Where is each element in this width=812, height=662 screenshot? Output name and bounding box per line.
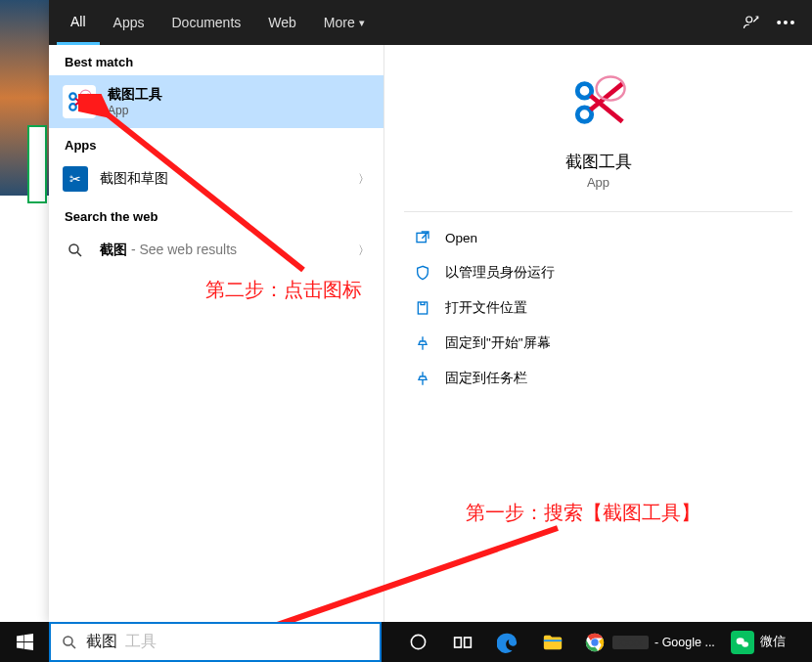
app-row-0[interactable]: ✂ 截图和草图 〉 (49, 158, 383, 199)
svg-point-13 (411, 635, 425, 648)
web-row-label: 截图 - See web results (100, 242, 237, 259)
action-pin-taskbar-label: 固定到任务栏 (445, 370, 527, 387)
wechat-icon (731, 631, 754, 654)
cortana-button[interactable] (395, 622, 440, 662)
action-run-admin-label: 以管理员身份运行 (445, 264, 555, 282)
best-match-title: 截图工具 (108, 86, 162, 104)
preview-title: 截图工具 (565, 151, 632, 173)
tab-more[interactable]: More (310, 0, 379, 45)
wechat-taskbar-item[interactable]: 微信 (723, 622, 793, 662)
task-view-icon (453, 633, 473, 652)
svg-point-5 (577, 84, 592, 99)
svg-point-18 (591, 639, 598, 645)
chrome-label: - Google ... (654, 636, 715, 649)
best-match-row[interactable]: 截图工具 App (49, 75, 383, 128)
svg-rect-8 (417, 233, 426, 242)
windows-icon (17, 634, 33, 650)
svg-point-20 (742, 641, 748, 646)
web-suffix: - See web results (127, 242, 237, 257)
svg-rect-15 (465, 638, 472, 647)
divider (404, 211, 792, 212)
svg-point-6 (577, 108, 592, 122)
search-panel: All Apps Documents Web More ••• Best mat… (49, 0, 812, 622)
wechat-label: 微信 (760, 634, 786, 650)
best-match-sub: App (108, 104, 162, 117)
taskbar: 截图工具 xxxx - Google ... 微信 (0, 622, 812, 662)
action-open-location-label: 打开文件位置 (445, 299, 527, 317)
search-value: 截图 (86, 632, 117, 652)
action-pin-start[interactable]: 固定到"开始"屏幕 (384, 326, 812, 361)
search-tabs: All Apps Documents Web More ••• (49, 0, 812, 45)
chrome-title-redacted: xxxx (612, 636, 649, 649)
tab-web[interactable]: Web (254, 0, 310, 45)
preview-scissors-icon (564, 68, 633, 137)
chrome-icon (583, 631, 607, 654)
tab-apps[interactable]: Apps (100, 0, 158, 45)
web-row[interactable]: 截图 - See web results 〉 (49, 230, 383, 271)
scissors-icon (63, 85, 96, 118)
search-placeholder: 工具 (125, 632, 157, 652)
folder-icon (414, 299, 431, 317)
app-row-0-label: 截图和草图 (100, 170, 168, 188)
more-options-icon[interactable]: ••• (769, 0, 804, 45)
edge-icon (497, 632, 519, 653)
section-web: Search the web (49, 199, 383, 230)
circle-icon (409, 633, 428, 651)
svg-rect-9 (418, 302, 427, 314)
explorer-button[interactable] (530, 622, 575, 662)
preview-sub: App (587, 175, 609, 190)
search-icon (63, 238, 88, 263)
svg-rect-16 (544, 640, 562, 641)
task-view-button[interactable] (440, 622, 485, 662)
svg-point-0 (746, 17, 752, 22)
taskbar-search[interactable]: 截图工具 (49, 622, 382, 662)
tab-documents[interactable]: Documents (158, 0, 254, 45)
preview-column: 截图工具 App Open 以管理员身份运行 打开文件位置 固定到 (384, 45, 812, 622)
svg-point-1 (69, 93, 76, 100)
feedback-icon[interactable] (734, 0, 769, 45)
tab-all[interactable]: All (57, 0, 100, 45)
chevron-right-icon: 〉 (358, 243, 370, 259)
action-open-location[interactable]: 打开文件位置 (384, 290, 812, 326)
snip-sketch-icon: ✂ (63, 166, 88, 192)
pin-taskbar-icon (414, 370, 431, 387)
results-column: Best match 截图工具 App Apps ✂ 截图和草图 〉 Searc… (49, 45, 384, 622)
action-open-label: Open (445, 231, 477, 245)
action-pin-taskbar[interactable]: 固定到任务栏 (384, 361, 812, 396)
web-prefix: 截图 (100, 242, 127, 257)
edge-button[interactable] (485, 622, 530, 662)
svg-point-3 (80, 90, 91, 101)
svg-point-12 (64, 637, 72, 645)
shield-icon (414, 264, 431, 282)
svg-point-7 (596, 76, 624, 100)
action-open[interactable]: Open (384, 220, 812, 255)
svg-rect-14 (455, 638, 462, 647)
section-apps: Apps (49, 128, 383, 158)
search-icon (61, 634, 78, 651)
svg-point-2 (69, 104, 76, 110)
action-pin-start-label: 固定到"开始"屏幕 (445, 334, 551, 352)
section-best-match: Best match (49, 45, 383, 75)
search-body: Best match 截图工具 App Apps ✂ 截图和草图 〉 Searc… (49, 45, 812, 622)
folder-icon (542, 632, 564, 653)
chevron-right-icon: 〉 (358, 171, 370, 188)
action-run-admin[interactable]: 以管理员身份运行 (384, 255, 812, 290)
svg-point-4 (69, 244, 78, 253)
preview-actions: Open 以管理员身份运行 打开文件位置 固定到"开始"屏幕 固定到任务栏 (384, 220, 812, 396)
open-icon (414, 229, 431, 246)
pin-start-icon (414, 334, 431, 352)
start-button[interactable] (0, 622, 49, 662)
desktop-card (27, 125, 47, 203)
chrome-taskbar-item[interactable]: xxxx - Google ... (575, 622, 723, 662)
